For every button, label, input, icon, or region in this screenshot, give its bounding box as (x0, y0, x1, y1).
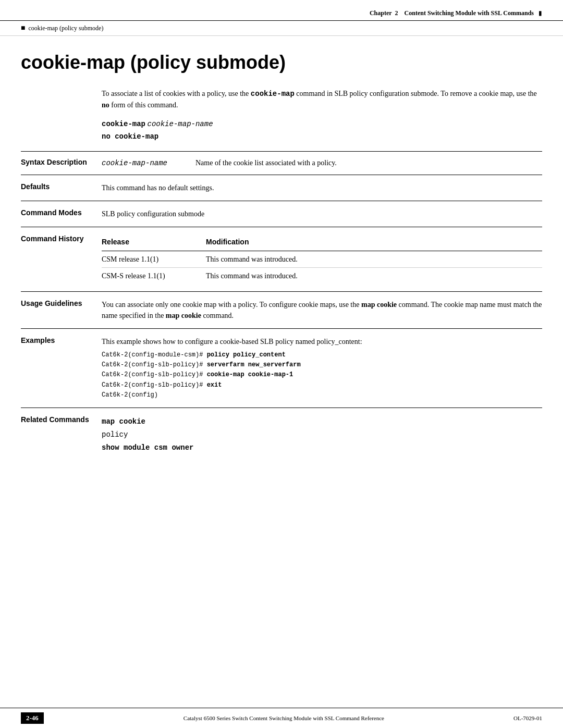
intro-text2: command in SLB policy configuration subm… (295, 90, 537, 97)
related-command-item: show module csm owner (102, 441, 542, 454)
syntax-cmd1-param: cookie-map-name (148, 120, 213, 128)
syntax-description-section: Syntax Description cookie-map-nameName o… (21, 151, 542, 175)
command-modes-section: Command Modes SLB policy configuration s… (21, 201, 542, 227)
code-cmd: exit (207, 381, 222, 389)
related-cmd-text: show module csm owner (102, 443, 193, 452)
footer-page-num: 2-46 (21, 712, 44, 724)
page-subheader: ■ cookie-map (policy submode) (0, 21, 563, 36)
syntax-cmd2: no cookie-map (102, 132, 158, 141)
history-table-row: CSM release 1.1(1)This command was intro… (102, 251, 542, 268)
code-prefix: Cat6k-2(config-slb-policy)# (102, 361, 207, 368)
breadcrumb: cookie-map (policy submode) (28, 24, 103, 32)
footer-right-text: OL-7029-01 (513, 715, 542, 721)
syntax-description-label: Syntax Description (21, 157, 102, 169)
syntax-commands: cookie-map cookie-map-name no cookie-map (102, 120, 542, 141)
chapter-info: Chapter 2 Content Switching Module with … (370, 9, 542, 17)
usage-cmd1: map cookie (361, 301, 397, 309)
page-title: cookie-map (policy submode) (21, 52, 542, 73)
usage-guidelines-content: You can associate only one cookie map wi… (102, 299, 542, 321)
related-command-item: map cookie (102, 415, 542, 428)
usage-text3: command. (201, 312, 234, 319)
related-cmd-text: map cookie (102, 417, 145, 426)
command-modes-content: SLB policy configuration submode (102, 208, 542, 219)
related-command-item: policy (102, 428, 542, 441)
intro-text3: form of this command. (109, 101, 178, 109)
examples-label: Examples (21, 336, 102, 400)
code-line: Cat6k-2(config-slb-policy)# exit (102, 380, 542, 390)
history-col2: Modification (206, 235, 542, 251)
code-cmd: serverfarm new_serverfarm (207, 361, 301, 368)
defaults-label: Defaults (21, 182, 102, 193)
history-release: CSM-S release 1.1(1) (102, 268, 206, 285)
code-prefix: Cat6k-2(config-slb-policy)# (102, 381, 207, 389)
syntax-cmd1-bold: cookie-map (102, 120, 145, 128)
intro-text1: To associate a list of cookies with a po… (102, 90, 251, 97)
related-commands-list: map cookiepolicyshow module csm owner (102, 415, 542, 455)
chapter-label: Chapter (370, 9, 392, 17)
usage-text1: You can associate only one cookie map wi… (102, 301, 361, 309)
chapter-title: Content Switching Module with SSL Comman… (405, 9, 534, 17)
code-line: Cat6k-2(config-slb-policy)# serverfarm n… (102, 360, 542, 370)
code-line: Cat6k-2(config-module-csm)# policy polic… (102, 350, 542, 360)
history-col1: Release (102, 235, 206, 251)
examples-intro: This example shows how to configure a co… (102, 336, 542, 347)
command-history-label: Command History (21, 235, 102, 284)
syntax-line-2: no cookie-map (102, 132, 542, 141)
code-cmd: cookie-map cookie-map-1 (207, 371, 293, 378)
footer-center-text: Catalyst 6500 Series Switch Content Swit… (54, 715, 513, 721)
code-line: Cat6k-2(config-slb-policy)# cookie-map c… (102, 370, 542, 380)
usage-guidelines-label: Usage Guidelines (21, 299, 102, 321)
examples-code: Cat6k-2(config-module-csm)# policy polic… (102, 350, 542, 400)
syntax-param: cookie-map-name (102, 157, 195, 169)
syntax-description-content: cookie-map-nameName of the cookie list a… (102, 157, 542, 169)
command-history-content: Release Modification CSM release 1.1(1)T… (102, 235, 542, 284)
command-modes-label: Command Modes (21, 208, 102, 219)
intro-cmd-bold: cookie-map (251, 90, 295, 98)
bullet-icon: ■ (21, 24, 25, 32)
examples-section: Examples This example shows how to confi… (21, 328, 542, 408)
page-footer: 2-46 Catalyst 6500 Series Switch Content… (0, 708, 563, 728)
defaults-section: Defaults This command has no default set… (21, 175, 542, 201)
history-modification: This command was introduced. (206, 268, 542, 285)
defaults-content: This command has no default settings. (102, 182, 542, 193)
history-modification: This command was introduced. (206, 251, 542, 268)
chapter-num: 2 (395, 9, 398, 17)
usage-cmd2: map cookie (166, 312, 201, 319)
intro-no-bold: no (102, 101, 109, 109)
related-commands-content: map cookiepolicyshow module csm owner (102, 415, 542, 455)
command-history-section: Command History Release Modification CSM… (21, 227, 542, 291)
history-table-row: CSM-S release 1.1(1)This command was int… (102, 268, 542, 285)
related-commands-section: Related Commands map cookiepolicyshow mo… (21, 408, 542, 462)
code-prefix: Cat6k-2(config) (102, 391, 158, 399)
page-header: Chapter 2 Content Switching Module with … (0, 0, 563, 21)
syntax-line-1: cookie-map cookie-map-name (102, 120, 542, 128)
code-prefix: Cat6k-2(config-slb-policy)# (102, 371, 207, 378)
main-content: cookie-map (policy submode) To associate… (0, 36, 563, 504)
related-cmd-text: policy (102, 430, 128, 439)
code-prefix: Cat6k-2(config-module-csm)# (102, 351, 207, 359)
usage-guidelines-section: Usage Guidelines You can associate only … (21, 291, 542, 328)
syntax-table: cookie-map-nameName of the cookie list a… (102, 157, 542, 169)
code-line: Cat6k-2(config) (102, 390, 542, 400)
intro-paragraph: To associate a list of cookies with a po… (102, 88, 542, 110)
history-table: Release Modification CSM release 1.1(1)T… (102, 235, 542, 284)
syntax-desc: Name of the cookie list associated with … (195, 157, 542, 169)
code-cmd: policy policy_content (207, 351, 286, 359)
syntax-table-row: cookie-map-nameName of the cookie list a… (102, 157, 542, 169)
related-commands-label: Related Commands (21, 415, 102, 455)
history-release: CSM release 1.1(1) (102, 251, 206, 268)
examples-content: This example shows how to configure a co… (102, 336, 542, 400)
